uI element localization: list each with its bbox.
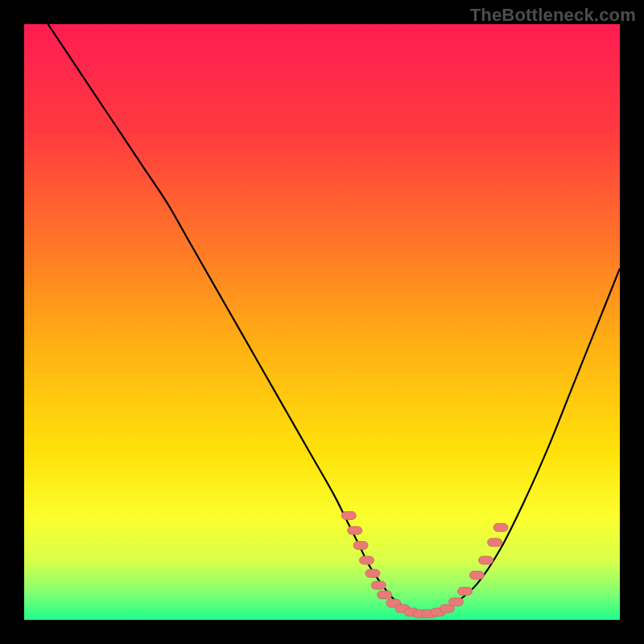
- marker-dot: [341, 512, 356, 520]
- chart-svg: [24, 24, 620, 620]
- marker-dot: [469, 572, 484, 580]
- marker-dot: [479, 556, 493, 564]
- marker-dot: [353, 542, 368, 550]
- marker-dot: [360, 556, 374, 564]
- chart-frame: TheBottleneck.com: [0, 0, 644, 644]
- marker-dot: [348, 526, 362, 535]
- watermark-text: TheBottleneck.com: [470, 5, 636, 26]
- marker-dot: [371, 581, 386, 589]
- marker-dot: [493, 523, 508, 531]
- marker-dot: [458, 587, 473, 595]
- marker-dot: [488, 539, 502, 547]
- gradient-rect: [24, 24, 620, 620]
- marker-dot: [449, 598, 464, 606]
- plot-area: [24, 24, 620, 620]
- marker-dot: [378, 591, 392, 599]
- marker-dot: [365, 569, 380, 577]
